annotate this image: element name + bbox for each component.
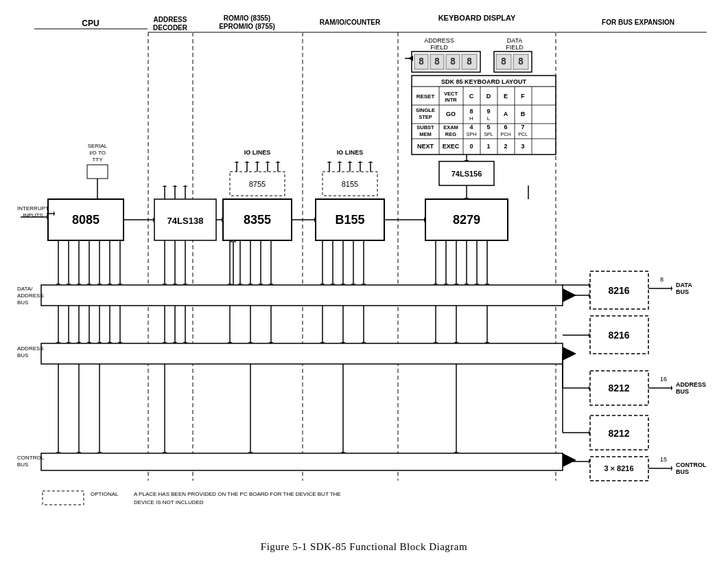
svg-text:TTY: TTY	[92, 157, 103, 163]
page: CPU ADDRESS DECODER ROM/IO (8355) EPROM/…	[0, 0, 728, 570]
svg-text:8755: 8755	[249, 180, 266, 188]
svg-rect-215	[41, 343, 563, 364]
svg-text:E: E	[504, 93, 508, 100]
svg-text:8085: 8085	[72, 213, 99, 227]
svg-text:EXAM: EXAM	[443, 124, 458, 130]
svg-text:8: 8	[419, 56, 424, 67]
svg-text:C: C	[469, 93, 474, 100]
svg-text:ADDRESS: ADDRESS	[17, 345, 44, 352]
svg-rect-130	[87, 165, 108, 179]
svg-rect-297	[43, 491, 84, 505]
diagram-container: CPU ADDRESS DECODER ROM/IO (8355) EPROM/…	[14, 14, 714, 536]
svg-text:8: 8	[660, 276, 664, 283]
svg-text:74LS156: 74LS156	[451, 170, 482, 178]
svg-text:3: 3	[521, 143, 524, 150]
svg-text:F: F	[521, 93, 525, 100]
svg-text:SERIAL: SERIAL	[88, 143, 108, 149]
svg-text:RESET: RESET	[416, 93, 435, 100]
svg-text:PCH: PCH	[501, 132, 511, 137]
svg-text:RAM/IO/COUNTER: RAM/IO/COUNTER	[320, 19, 381, 26]
svg-text:D: D	[486, 93, 491, 100]
cpu-label: CPU	[82, 19, 99, 28]
svg-text:INTERRUPT: INTERRUPT	[17, 205, 49, 212]
svg-text:SUBST: SUBST	[416, 124, 434, 130]
svg-text:0: 0	[469, 143, 473, 150]
svg-text:BUS: BUS	[17, 352, 28, 358]
svg-text:74LS138: 74LS138	[167, 216, 204, 226]
svg-text:DATA: DATA	[507, 37, 523, 44]
svg-text:REG: REG	[445, 131, 456, 137]
svg-text:BUS: BUS	[17, 299, 28, 306]
svg-text:B155: B155	[335, 213, 364, 227]
figure-caption: Figure 5-1 SDK-85 Functional Block Diagr…	[14, 541, 714, 553]
svg-text:GO: GO	[446, 111, 456, 117]
svg-text:8216: 8216	[608, 285, 629, 296]
svg-text:CONTROL: CONTROL	[17, 455, 45, 461]
svg-text:SDK 85 KEYBOARD LAYOUT: SDK 85 KEYBOARD LAYOUT	[441, 78, 527, 85]
svg-text:A: A	[504, 111, 508, 117]
svg-text:7: 7	[521, 124, 524, 130]
svg-text:SPL: SPL	[484, 132, 493, 137]
svg-text:8216: 8216	[608, 330, 629, 341]
svg-text:8355: 8355	[244, 213, 271, 227]
svg-text:IO LINES: IO LINES	[337, 149, 364, 156]
svg-text:I/O TO: I/O TO	[89, 150, 106, 156]
svg-text:8: 8	[518, 56, 524, 67]
svg-text:INTR: INTR	[445, 97, 457, 103]
svg-text:9: 9	[486, 108, 490, 115]
svg-text:4: 4	[469, 124, 473, 130]
svg-text:8212: 8212	[608, 428, 629, 439]
svg-text:A PLACE HAS BEEN PROVIDED ON T: A PLACE HAS BEEN PROVIDED ON THE PC BOAR…	[134, 491, 341, 497]
svg-text:CONTROL: CONTROL	[676, 461, 707, 468]
svg-text:B: B	[521, 111, 526, 117]
svg-text:15: 15	[660, 456, 667, 463]
svg-text:8155: 8155	[342, 180, 358, 188]
svg-text:6: 6	[504, 124, 507, 130]
svg-text:8: 8	[469, 108, 473, 115]
svg-text:FIELD: FIELD	[430, 44, 448, 51]
svg-text:BUS: BUS	[17, 461, 28, 468]
svg-text:5: 5	[486, 124, 490, 130]
svg-text:H: H	[469, 115, 473, 122]
svg-text:ROM/IO (8355): ROM/IO (8355)	[224, 14, 270, 22]
svg-text:VECT: VECT	[444, 91, 458, 97]
svg-text:ADDRESS: ADDRESS	[676, 381, 706, 388]
svg-text:STEP: STEP	[419, 114, 432, 120]
svg-text:16: 16	[660, 376, 667, 383]
svg-text:ADDRESS: ADDRESS	[154, 16, 187, 23]
svg-text:BUS: BUS	[676, 468, 689, 475]
svg-text:8: 8	[450, 56, 456, 67]
svg-text:OPTIONAL: OPTIONAL	[91, 491, 119, 497]
svg-text:3 × 8216: 3 × 8216	[604, 464, 633, 472]
svg-text:2: 2	[504, 143, 507, 150]
svg-text:L: L	[487, 115, 491, 122]
svg-text:8: 8	[434, 56, 440, 67]
svg-text:MEM: MEM	[419, 131, 432, 137]
svg-text:EPROM/IO (8755): EPROM/IO (8755)	[219, 23, 275, 30]
svg-text:8279: 8279	[453, 213, 480, 227]
svg-text:FOR BUS EXPANSION: FOR BUS EXPANSION	[602, 19, 674, 26]
block-diagram-svg: CPU ADDRESS DECODER ROM/IO (8355) EPROM/…	[14, 14, 714, 536]
svg-text:DECODER: DECODER	[153, 24, 188, 32]
svg-rect-196	[41, 285, 563, 306]
svg-text:ADDRESS: ADDRESS	[424, 37, 454, 44]
svg-text:1: 1	[486, 143, 490, 150]
svg-rect-233	[41, 453, 563, 470]
svg-text:SPH: SPH	[467, 132, 476, 137]
svg-text:SINGLE: SINGLE	[416, 107, 435, 113]
svg-text:8: 8	[501, 56, 506, 67]
svg-text:FIELD: FIELD	[506, 44, 524, 51]
svg-text:DEVICE IS NOT INCLUDED: DEVICE IS NOT INCLUDED	[134, 499, 204, 505]
svg-text:BUS: BUS	[676, 288, 689, 295]
svg-text:ADDRESS: ADDRESS	[17, 293, 44, 299]
svg-text:DATA/: DATA/	[17, 286, 33, 292]
svg-text:8212: 8212	[608, 383, 629, 394]
svg-text:BUS: BUS	[676, 388, 689, 395]
svg-text:NEXT: NEXT	[417, 143, 434, 150]
svg-text:PCL: PCL	[518, 132, 528, 137]
svg-text:IO LINES: IO LINES	[244, 149, 271, 156]
svg-text:KEYBOARD DISPLAY: KEYBOARD DISPLAY	[438, 14, 516, 22]
svg-text:8: 8	[467, 56, 472, 67]
svg-text:EXEC: EXEC	[443, 143, 460, 150]
svg-text:DATA: DATA	[676, 282, 692, 288]
